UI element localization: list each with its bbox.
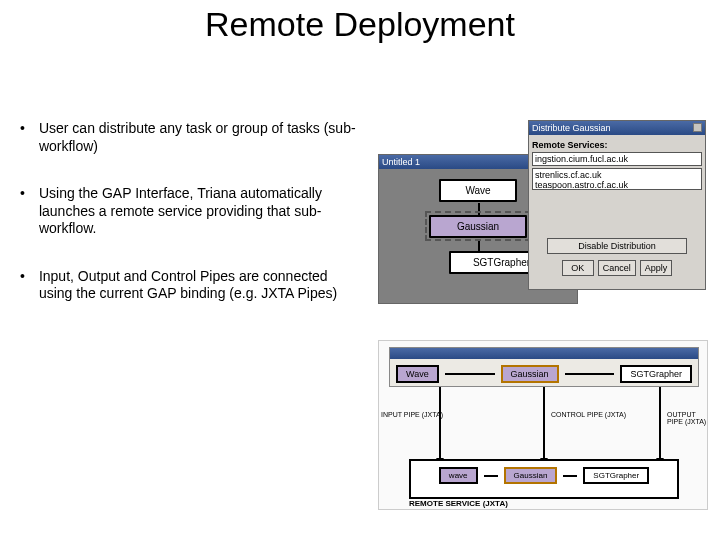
bullet-text: Input, Output and Control Pipes are conn…: [39, 268, 360, 303]
remote-services-label: Remote Services:: [532, 140, 702, 150]
bullet-list: User can distribute any task or group of…: [20, 120, 360, 333]
local-workflow-window: Wave Gaussian SGTGrapher: [389, 347, 699, 387]
remote-service-box: wave Gaussian SGTGrapher: [409, 459, 679, 499]
chip-gaussian: Gaussian: [501, 365, 559, 383]
apply-button[interactable]: Apply: [640, 260, 673, 276]
distribute-title: Distribute Gaussian: [532, 123, 611, 133]
page-title: Remote Deployment: [0, 0, 720, 43]
arrow-output-pipe: [659, 387, 661, 463]
remote-service-label: REMOTE SERVICE (JXTA): [409, 499, 508, 508]
remote-service-select[interactable]: ingstion.cium.fucl.ac.uk: [532, 152, 702, 166]
remote-chip-gaussian: Gaussian: [504, 467, 558, 484]
figure-distribute: Untitled 1 Wave Gaussian SGTGrapher Dist…: [378, 120, 708, 310]
chip-sgtgrapher: SGTGrapher: [620, 365, 692, 383]
remote-service-list[interactable]: strenlics.cf.ac.uk teaspoon.astro.cf.ac.…: [532, 168, 702, 190]
node-wave[interactable]: Wave: [439, 179, 517, 202]
workflow-window-title: Untitled 1: [382, 157, 420, 167]
label-output-pipe: OUTPUT PIPE (JXTA): [667, 411, 707, 425]
chip-wave: Wave: [396, 365, 439, 383]
window-buttons[interactable]: [692, 123, 702, 134]
bullet-item: Using the GAP Interface, Triana automati…: [20, 185, 360, 238]
label-control-pipe: CONTROL PIPE (JXTA): [551, 411, 626, 418]
bullet-text: Using the GAP Interface, Triana automati…: [39, 185, 360, 238]
figure-pipes: Wave Gaussian SGTGrapher INPUT PIPE (JXT…: [378, 340, 708, 510]
node-gaussian[interactable]: Gaussian: [429, 215, 527, 238]
list-item[interactable]: strenlics.cf.ac.uk: [535, 170, 699, 180]
label-input-pipe: INPUT PIPE (JXTA): [381, 411, 443, 418]
local-titlebar: [390, 348, 698, 359]
disable-distribution-button[interactable]: Disable Distribution: [547, 238, 687, 254]
bullet-item: Input, Output and Control Pipes are conn…: [20, 268, 360, 303]
arrow-control-pipe: [543, 387, 545, 463]
list-item[interactable]: teaspoon.astro.cf.ac.uk: [535, 180, 699, 190]
remote-chip-sgtgrapher: SGTGrapher: [583, 467, 649, 484]
bullet-item: User can distribute any task or group of…: [20, 120, 360, 155]
remote-chip-wave: wave: [439, 467, 478, 484]
ok-button[interactable]: OK: [562, 260, 594, 276]
distribute-titlebar: Distribute Gaussian: [529, 121, 705, 135]
distribute-dialog: Distribute Gaussian Remote Services: ing…: [528, 120, 706, 290]
cancel-button[interactable]: Cancel: [598, 260, 636, 276]
bullet-text: User can distribute any task or group of…: [39, 120, 360, 155]
arrow-input-pipe: [439, 387, 441, 463]
